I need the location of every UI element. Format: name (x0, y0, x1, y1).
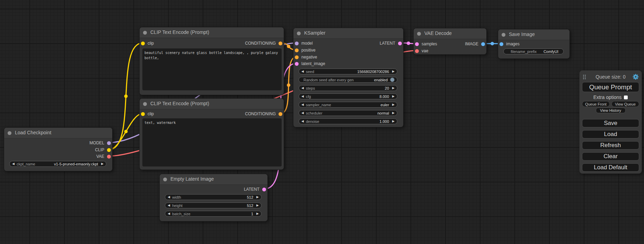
node-graph-canvas[interactable]: CLIP Text Encode (Prompt)clipCONDITIONIN… (0, 0, 644, 244)
settings-gear-icon[interactable] (633, 74, 639, 80)
output-slot-latent: LATENT (380, 40, 402, 46)
clear-button[interactable]: Clear (582, 152, 639, 161)
node-clip-positive[interactable]: CLIP Text Encode (Prompt)clipCONDITIONIN… (139, 27, 284, 95)
wire-midpoint-dot (124, 130, 128, 133)
output-dot-latent[interactable] (398, 42, 402, 45)
input-dot-images[interactable] (500, 42, 503, 46)
toggle-indicator[interactable] (390, 78, 395, 82)
increment-arrow-icon[interactable]: ▶ (392, 110, 395, 116)
extra-options-checkbox[interactable] (624, 96, 628, 99)
increment-arrow-icon[interactable]: ▶ (256, 211, 259, 216)
widget-label: width (172, 195, 181, 199)
decrement-arrow-icon[interactable]: ◀ (301, 110, 304, 116)
input-dot-vae[interactable] (415, 49, 419, 53)
decrement-arrow-icon[interactable]: ◀ (168, 203, 170, 208)
widget-filename-prefix[interactable]: filename_prefixComfyUI (503, 48, 564, 54)
output-slot-image: IMAGE (465, 41, 485, 47)
refresh-button[interactable]: Refresh (582, 141, 639, 150)
widget-height[interactable]: ◀height512▶ (165, 202, 262, 208)
decrement-arrow-icon[interactable]: ◀ (168, 195, 170, 200)
output-dot-latent[interactable] (262, 188, 266, 191)
widget-steps[interactable]: ◀steps20▶ (299, 85, 397, 91)
node-title: Save Image (509, 29, 535, 39)
widget-random-seed-after-every-gen[interactable]: Random seed after every genenabled (299, 77, 397, 83)
node-title-bar: Save Image (498, 29, 570, 40)
input-dot-positive[interactable] (295, 48, 299, 52)
increment-arrow-icon[interactable]: ▶ (101, 161, 104, 166)
slot-label: positive (301, 48, 316, 53)
increment-arrow-icon[interactable]: ▶ (392, 69, 395, 74)
input-slot-samples: samples (415, 41, 437, 47)
node-load-checkpoint[interactable]: Load CheckpointMODELCLIPVAE◀ckpt_namev1-… (4, 127, 113, 171)
widget-ckpt-name[interactable]: ◀ckpt_namev1-5-pruned-emaonly.ckpt▶ (9, 161, 106, 167)
input-dot-model[interactable] (295, 42, 299, 45)
decrement-arrow-icon[interactable]: ◀ (301, 85, 304, 91)
decrement-arrow-icon[interactable]: ◀ (12, 161, 15, 166)
widget-seed[interactable]: ◀seed156680208700286▶ (299, 69, 397, 74)
input-slot-model: model (295, 40, 313, 46)
widget-sampler-name[interactable]: ◀sampler_nameeuler▶ (299, 102, 397, 108)
queue-prompt-button[interactable]: Queue Prompt (582, 82, 639, 92)
save-button[interactable]: Save (582, 119, 639, 127)
output-dot-vae[interactable] (107, 155, 111, 159)
widget-denoise[interactable]: ◀denoise1.000▶ (299, 118, 397, 124)
node-title-bar: CLIP Text Encode (Prompt) (140, 99, 284, 109)
input-dot-clip[interactable] (141, 42, 145, 45)
increment-arrow-icon[interactable]: ▶ (392, 94, 395, 99)
widget-value: ComfyUI (544, 49, 558, 54)
widget-scheduler[interactable]: ◀schedulernormal▶ (299, 110, 397, 116)
queue-front-button[interactable]: Queue Front (582, 101, 610, 107)
input-slot-clip: clip (141, 111, 154, 117)
output-dot-clip[interactable] (107, 148, 111, 152)
input-slot-vae: vae (415, 48, 428, 54)
widget-label: steps (306, 86, 315, 90)
view-queue-button[interactable]: View Queue (611, 101, 639, 107)
widget-label: filename_prefix (511, 49, 537, 54)
input-dot-samples[interactable] (415, 42, 419, 46)
load-button[interactable]: Load (582, 130, 639, 138)
decrement-arrow-icon[interactable]: ◀ (168, 211, 170, 216)
collapse-dot-icon[interactable] (143, 102, 147, 106)
increment-arrow-icon[interactable]: ▶ (392, 85, 395, 91)
widget-value: v1-5-pruned-emaonly.ckpt (54, 162, 98, 166)
input-dot-clip[interactable] (141, 112, 145, 116)
collapse-dot-icon[interactable] (8, 131, 11, 135)
widget-value: 20 (385, 86, 389, 90)
increment-arrow-icon[interactable]: ▶ (256, 195, 259, 200)
widget-batch-size[interactable]: ◀batch_size1▶ (165, 211, 262, 217)
node-empty-latent[interactable]: Empty Latent ImageLATENT◀width512▶◀heigh… (159, 174, 268, 222)
collapse-dot-icon[interactable] (163, 178, 167, 181)
wire-midpoint-dot (287, 83, 290, 87)
input-slot-images: images (500, 41, 520, 47)
increment-arrow-icon[interactable]: ▶ (392, 119, 395, 124)
node-save-image[interactable]: Save Imageimagesfilename_prefixComfyUI (498, 29, 570, 59)
collapse-dot-icon[interactable] (143, 31, 147, 35)
decrement-arrow-icon[interactable]: ◀ (301, 69, 304, 74)
node-vae-decode[interactable]: VAE DecodesamplesvaeIMAGE (413, 28, 487, 55)
output-dot-model[interactable] (107, 141, 111, 145)
decrement-arrow-icon[interactable]: ◀ (301, 94, 304, 99)
node-clip-negative[interactable]: CLIP Text Encode (Prompt)clipCONDITIONIN… (139, 98, 284, 170)
view-history-button[interactable]: View History (596, 108, 626, 113)
wire-clip-to-clip (109, 43, 143, 150)
widget-width[interactable]: ◀width512▶ (165, 194, 262, 200)
output-dot-conditioning[interactable] (279, 42, 282, 45)
decrement-arrow-icon[interactable]: ◀ (301, 102, 304, 107)
output-slot-vae: VAE (96, 154, 111, 159)
input-dot-latent_image[interactable] (295, 62, 299, 66)
output-dot-image[interactable] (481, 42, 485, 46)
widget-cfg[interactable]: ◀cfg8.000▶ (299, 93, 397, 99)
prompt-textarea[interactable]: text, watermark (142, 118, 282, 166)
collapse-dot-icon[interactable] (297, 31, 301, 35)
decrement-arrow-icon[interactable]: ◀ (301, 119, 304, 124)
collapse-dot-icon[interactable] (417, 32, 421, 36)
input-dot-negative[interactable] (295, 55, 299, 59)
node-ksampler[interactable]: KSamplermodelpositivenegativelatent_imag… (293, 28, 404, 127)
load-default-button[interactable]: Load Default (582, 163, 639, 172)
collapse-dot-icon[interactable] (502, 33, 505, 37)
prompt-textarea[interactable]: beautiful scenery nature glass bottle la… (142, 48, 282, 90)
increment-arrow-icon[interactable]: ▶ (256, 203, 259, 208)
wire-midpoint-dot (407, 42, 410, 45)
increment-arrow-icon[interactable]: ▶ (392, 102, 395, 107)
output-dot-conditioning[interactable] (279, 112, 282, 116)
